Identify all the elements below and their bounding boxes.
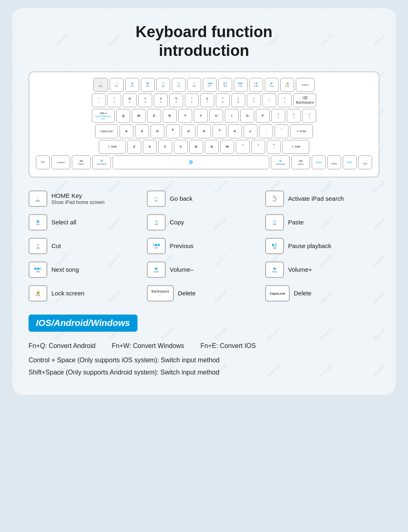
- key-h: H: [197, 124, 211, 138]
- key-capslock: CapsLock: [95, 124, 118, 138]
- bottom-text: Fn+Q: Convert Android Fn+W: Convert Wind…: [29, 340, 379, 379]
- key-esc: ⌂Esc: [93, 78, 108, 92]
- legend-text-f8: Pause playback: [288, 242, 331, 250]
- key-minus: _-: [262, 93, 276, 107]
- key-j: J_: [213, 124, 226, 138]
- key-rbracket: }]: [287, 109, 301, 123]
- key-slash: ?/: [267, 140, 281, 154]
- legend-text-backspace: Delete: [178, 289, 195, 297]
- key-z: Z: [127, 140, 141, 154]
- key-f6: ✂F6: [187, 78, 201, 92]
- key-u: U: [209, 109, 223, 123]
- legend-text-f10: Volume–: [170, 266, 193, 274]
- key-tilde: ~`: [92, 93, 106, 107]
- key-7: &7: [200, 93, 214, 107]
- legend-f6: ✂ F6 Cut: [29, 238, 143, 254]
- key-f3: ▣F3: [141, 78, 155, 92]
- key-fn-bottom: Fn: [36, 155, 50, 169]
- key-space: 🌐: [113, 155, 269, 169]
- legend-text-f1: Go back: [170, 195, 193, 203]
- key-w: W: [132, 109, 146, 123]
- key-f2: Q̲F2: [125, 78, 139, 92]
- key-v: V: [174, 140, 188, 154]
- fn-ios: Fn+E: Convert IOS: [200, 340, 256, 352]
- key-0: )0: [247, 93, 261, 107]
- legend-f9: ▶▶| F9 Next song: [29, 262, 143, 278]
- legend-f1: ↩ F1 Go back: [147, 191, 261, 207]
- key-y: Y: [194, 109, 208, 123]
- legend-key-f7: |◀◀ F7: [147, 238, 166, 254]
- key-o: O: [240, 109, 254, 123]
- legend-key-f12: 🔒 F12: [29, 285, 47, 301]
- key-f1: ↩F1: [110, 78, 124, 92]
- platform-banner: IOS/Android/Windows: [29, 315, 137, 332]
- key-f8: ▶‖F8: [218, 78, 232, 92]
- key-s: S: [135, 124, 149, 138]
- legend-f10: ◀- F10 Volume–: [147, 262, 261, 278]
- key-3: #3: [138, 93, 152, 107]
- key-f10: ◀-F10: [249, 78, 263, 92]
- legend-text-capslock: Delete: [294, 289, 311, 297]
- page-title: Keyboard function introduction: [29, 23, 379, 60]
- key-8: *8: [216, 93, 230, 107]
- key-backslash: |\: [302, 109, 316, 123]
- legend-grid: ⌂ Esc HOME KeyShow iPad home screen ↩ F1…: [29, 191, 379, 301]
- legend-text-f5: Paste: [288, 218, 304, 226]
- key-a: A: [120, 124, 133, 138]
- key-d: D: [151, 124, 164, 138]
- key-period: >.: [251, 140, 265, 154]
- key-l: L: [244, 124, 257, 138]
- legend-key-f1: ↩ F1: [147, 191, 166, 207]
- legend-key-f8: ▶‖ F8: [265, 238, 284, 254]
- key-1: !1: [107, 93, 121, 107]
- key-home: ←Home: [327, 155, 341, 169]
- legend-key-f9: ▶▶| F9: [29, 262, 47, 278]
- key-6: ^6: [185, 93, 199, 107]
- key-command-l: ⌘Command: [92, 155, 111, 169]
- key-f: F_: [166, 124, 180, 138]
- key-pgup: PgUp: [312, 155, 326, 169]
- legend-f5: ⊡ F5 Paste: [265, 214, 379, 231]
- key-comma: <,: [236, 140, 250, 154]
- legend-backspace: Backspace ← Delete: [147, 285, 261, 301]
- key-f9: ▶▶|F9: [234, 78, 248, 92]
- legend-capslock: CapsLock Delete: [265, 285, 379, 301]
- key-9: (9: [231, 93, 245, 107]
- fn-convert-line: Fn+Q: Convert Android Fn+W: Convert Wind…: [29, 340, 379, 352]
- legend-key-esc: ⌂ Esc: [29, 191, 47, 207]
- legend-text-f3: Select all: [51, 218, 76, 226]
- key-x: X: [143, 140, 157, 154]
- key-alt-r: AltOption: [291, 155, 310, 169]
- legend-f4: ⊡ F4 Copy: [147, 214, 261, 231]
- key-f5: ⊡F5: [172, 78, 186, 92]
- key-end: →End: [358, 155, 372, 169]
- legend-key-f10: ◀- F10: [147, 262, 166, 278]
- legend-key-backspace: Backspace ←: [147, 285, 174, 301]
- key-f11: -▶F11: [265, 78, 279, 92]
- key-g: G: [182, 124, 195, 138]
- key-4: $4: [154, 93, 168, 107]
- key-p: P: [256, 109, 270, 123]
- keyboard-illustration: ⌂Esc ↩F1 Q̲F2 ▣F3 ⊡F4 ⊡F5 ✂F6 |◀◀F7 ▶‖F8…: [29, 71, 379, 177]
- key-backspace: ⌫ Backspace: [293, 93, 316, 107]
- fn-windows: Fn+W: Convert Windows: [112, 340, 184, 352]
- key-f12: 🔒F12: [280, 78, 294, 92]
- legend-text-f7: Previous: [170, 242, 193, 250]
- legend-key-capslock: CapsLock: [265, 285, 290, 301]
- legend-text-esc: HOME KeyShow iPad home screen: [51, 192, 104, 206]
- key-m: M: [220, 140, 234, 154]
- legend-text-f9: Next song: [51, 266, 79, 274]
- key-equals: +=: [278, 93, 292, 107]
- key-f4: ⊡F4: [156, 78, 170, 92]
- legend-key-f3: ▣ F3: [29, 214, 47, 231]
- legend-key-f2: 🔍 F2: [265, 191, 284, 207]
- legend-f7: |◀◀ F7 Previous: [147, 238, 261, 254]
- main-card: // Generate watermark text positions con…: [12, 8, 396, 395]
- key-5: %5: [169, 93, 183, 107]
- legend-f3: ▣ F3 Select all: [29, 214, 143, 231]
- key-lbracket: {[: [271, 109, 285, 123]
- key-2: @2: [123, 93, 137, 107]
- key-k: K: [228, 124, 242, 138]
- key-command-r: ⌘Command: [271, 155, 290, 169]
- key-c: C: [158, 140, 172, 154]
